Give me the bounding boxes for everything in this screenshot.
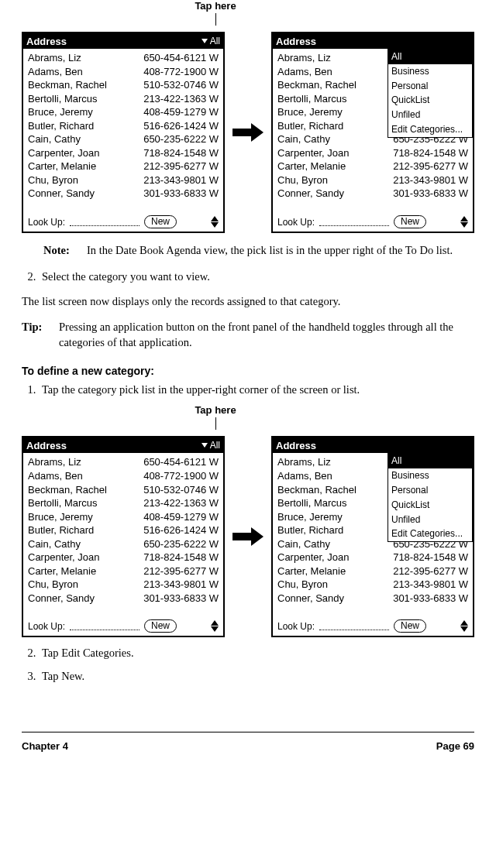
category-picker[interactable]: All: [202, 440, 220, 451]
steps-list-continued: Select the category you want to view.: [22, 269, 474, 286]
category-picker[interactable]: All: [202, 36, 220, 46]
address-row[interactable]: Chu, Byron213-343-9801 W: [28, 173, 219, 187]
contact-name: Beckman, Rachel: [277, 78, 356, 92]
address-row[interactable]: Beckman, Rachel510-532-0746 W: [28, 78, 219, 92]
contact-number: 408-772-1900 W: [143, 469, 219, 483]
contact-name: Abrams, Liz: [277, 51, 331, 65]
address-row[interactable]: Abrams, Liz650-454-6121 W: [28, 51, 219, 65]
def-step-1: Tap the category pick list in the upper-…: [39, 382, 474, 399]
contact-name: Abrams, Liz: [28, 455, 81, 469]
scroll-arrows[interactable]: [460, 620, 468, 632]
tip-block: Tip: Pressing an application button on t…: [22, 319, 474, 351]
address-row[interactable]: Conner, Sandy301-933-6833 W: [28, 187, 219, 201]
address-row[interactable]: Carpenter, Joan718-824-1548 W: [28, 146, 219, 160]
contact-number: 213-343-9801 W: [393, 173, 468, 187]
address-row[interactable]: Carpenter, Joan718-824-1548 W: [28, 551, 219, 564]
contact-name: Adams, Ben: [28, 469, 83, 483]
address-list[interactable]: Abrams, Liz650-454-6121 WAdams, Ben408-7…: [23, 49, 223, 214]
address-row[interactable]: Bruce, Jeremy408-459-1279 W: [28, 510, 219, 524]
address-row[interactable]: Conner, Sandy301-933-6833 W: [277, 187, 468, 201]
dropdown-item[interactable]: Personal: [388, 483, 472, 498]
dropdown-item[interactable]: Unfiled: [388, 513, 472, 527]
contact-name: Chu, Byron: [28, 173, 78, 187]
address-row[interactable]: Adams, Ben408-772-1900 W: [28, 65, 219, 79]
contact-number: 408-459-1279 W: [143, 510, 219, 524]
scroll-arrows[interactable]: [211, 216, 219, 228]
category-dropdown-open[interactable]: AllBusinessPersonalQuickListUnfiledEdit …: [388, 453, 473, 542]
address-row[interactable]: Bertolli, Marcus213-422-1363 W: [28, 92, 219, 106]
dropdown-item[interactable]: Edit Categories...: [388, 527, 472, 541]
contact-number: 301-933-6833 W: [143, 187, 219, 201]
contact-name: Carter, Melanie: [28, 160, 96, 173]
scroll-arrows[interactable]: [211, 620, 219, 632]
dropdown-item[interactable]: Business: [388, 468, 472, 483]
new-button[interactable]: New: [144, 619, 177, 633]
scroll-down-icon: [211, 626, 219, 632]
screen-footer: Look Up: New: [273, 214, 473, 232]
define-category-steps-2: Tap Edit Categories. Tap New.: [22, 645, 474, 685]
note-label: Note:: [43, 242, 78, 258]
contact-name: Beckman, Rachel: [277, 483, 356, 497]
address-row[interactable]: Conner, Sandy301-933-6833 W: [28, 592, 219, 606]
screen-footer: Look Up: New: [23, 618, 223, 636]
callout-line-1: [215, 13, 216, 26]
address-row[interactable]: Conner, Sandy301-933-6833 W: [277, 592, 468, 606]
address-row[interactable]: Carter, Melanie212-395-6277 W: [277, 160, 468, 173]
category-dropdown-open[interactable]: AllBusinessPersonalQuickListUnfiledEdit …: [388, 49, 473, 138]
address-list[interactable]: Abrams, Liz650-454-6121 WAdams, Ben408-7…: [23, 453, 223, 618]
address-row[interactable]: Abrams, Liz650-454-6121 W: [28, 455, 219, 469]
address-row[interactable]: Cain, Cathy650-235-6222 W: [28, 132, 219, 146]
new-button[interactable]: New: [144, 215, 177, 228]
dropdown-item[interactable]: QuickList: [388, 93, 472, 108]
address-row[interactable]: Carpenter, Joan718-824-1548 W: [277, 146, 468, 160]
dropdown-item[interactable]: All: [388, 50, 472, 64]
lookup-input[interactable]: [319, 622, 389, 630]
lookup-label: Look Up:: [28, 217, 65, 228]
address-list[interactable]: AllBusinessPersonalQuickListUnfiledEdit …: [273, 49, 473, 214]
contact-number: 301-933-6833 W: [393, 592, 468, 606]
scroll-arrows[interactable]: [460, 216, 468, 228]
dropdown-item[interactable]: All: [388, 454, 472, 468]
contact-name: Conner, Sandy: [28, 187, 95, 201]
address-row[interactable]: Chu, Byron213-343-9801 W: [28, 578, 219, 592]
address-row[interactable]: Bertolli, Marcus213-422-1363 W: [28, 496, 219, 510]
address-row[interactable]: Beckman, Rachel510-532-0746 W: [28, 483, 219, 497]
address-list[interactable]: AllBusinessPersonalQuickListUnfiledEdit …: [273, 453, 473, 618]
figure-1-row: Address All Abrams, Liz650-454-6121 WAda…: [22, 32, 474, 233]
dropdown-item[interactable]: Edit Categories...: [388, 122, 472, 137]
contact-name: Chu, Byron: [277, 173, 328, 187]
address-row[interactable]: Butler, Richard516-626-1424 W: [28, 523, 219, 537]
address-row[interactable]: Carpenter, Joan718-824-1548 W: [277, 551, 468, 564]
dropdown-item[interactable]: QuickList: [388, 498, 472, 513]
section-heading: To define a new category:: [22, 365, 474, 377]
contact-name: Carpenter, Joan: [28, 551, 100, 564]
address-row[interactable]: Carter, Melanie212-395-6277 W: [277, 564, 468, 578]
contact-name: Butler, Richard: [28, 523, 94, 537]
contact-number: 516-626-1424 W: [143, 523, 219, 537]
contact-number: 213-422-1363 W: [143, 496, 219, 510]
contact-number: 301-933-6833 W: [143, 592, 219, 606]
address-row[interactable]: Butler, Richard516-626-1424 W: [28, 119, 219, 133]
dropdown-item[interactable]: Business: [388, 64, 472, 79]
contact-name: Conner, Sandy: [277, 592, 344, 606]
lookup-input[interactable]: [70, 622, 140, 630]
transition-arrow-2: [225, 529, 271, 544]
address-row[interactable]: Cain, Cathy650-235-6222 W: [28, 537, 219, 551]
contact-name: Bertolli, Marcus: [277, 92, 347, 106]
address-row[interactable]: Bruce, Jeremy408-459-1279 W: [28, 105, 219, 119]
dropdown-item[interactable]: Unfiled: [388, 108, 472, 122]
lookup-input[interactable]: [319, 218, 389, 226]
dropdown-item[interactable]: Personal: [388, 79, 472, 94]
new-button[interactable]: New: [394, 215, 426, 228]
tap-here-label-1: Tap here: [177, 0, 254, 12]
address-row[interactable]: Carter, Melanie212-395-6277 W: [28, 564, 219, 578]
define-category-steps: Tap the category pick list in the upper-…: [22, 382, 474, 399]
address-row[interactable]: Carter, Melanie212-395-6277 W: [28, 160, 219, 173]
screen-header: Address All: [23, 33, 223, 49]
address-row[interactable]: Adams, Ben408-772-1900 W: [28, 469, 219, 483]
address-row[interactable]: Chu, Byron213-343-9801 W: [277, 173, 468, 187]
address-row[interactable]: Chu, Byron213-343-9801 W: [277, 578, 468, 592]
lookup-input[interactable]: [70, 218, 140, 226]
new-button[interactable]: New: [394, 619, 426, 633]
screen-header: Address: [273, 437, 473, 453]
